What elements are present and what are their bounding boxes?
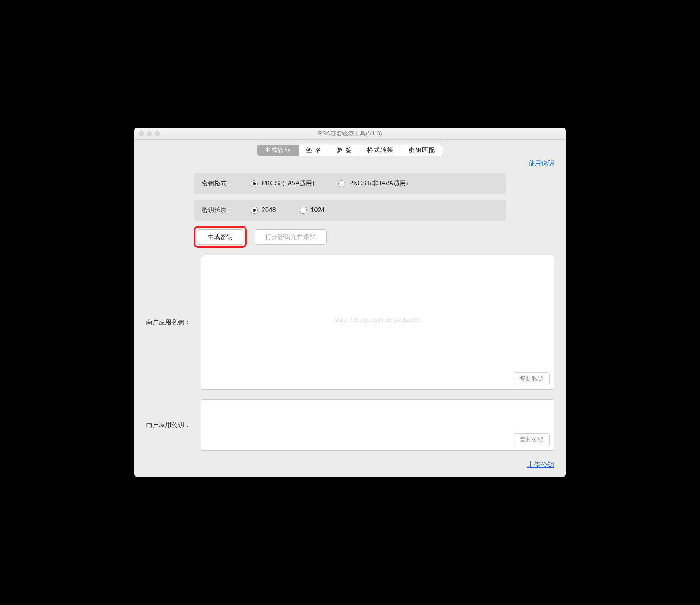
radio-icon: [251, 180, 258, 187]
action-buttons: 生成密钥 打开密钥文件路径: [194, 226, 506, 248]
radio-icon: [251, 207, 258, 214]
open-key-path-button[interactable]: 打开密钥文件路径: [255, 229, 327, 245]
key-length-row: 密钥长度： 2048 1024: [194, 200, 506, 221]
key-length-label: 密钥长度：: [202, 206, 237, 214]
tab-generate-key[interactable]: 生成密钥: [257, 145, 299, 156]
copy-public-key-button[interactable]: 复制公钥: [514, 433, 550, 446]
public-key-row: 商户应用公钥： 复制公钥: [146, 399, 554, 451]
minimize-icon[interactable]: [147, 131, 152, 136]
tab-group: 生成密钥 签 名 验 签 格式转换 密钥匹配: [257, 145, 443, 156]
radio-icon: [338, 180, 345, 187]
radio-label: PKCS8(JAVA适用): [262, 179, 314, 188]
tab-verify[interactable]: 验 签: [329, 145, 360, 156]
radio-pkcs1[interactable]: PKCS1(非JAVA适用): [338, 179, 408, 188]
key-format-radios: PKCS8(JAVA适用) PKCS1(非JAVA适用): [251, 179, 408, 188]
generate-highlight: 生成密钥: [194, 226, 247, 248]
radio-label: 1024: [311, 207, 325, 214]
radio-2048[interactable]: 2048: [251, 207, 276, 214]
content-area: 生成密钥 签 名 验 签 格式转换 密钥匹配 使用说明 密钥格式： PKCS8(…: [134, 140, 566, 477]
private-key-textarea[interactable]: http://blog.csdn.net/cdszdd8 复制私钥: [201, 255, 554, 390]
titlebar: RSA签名验签工具(V1.3): [134, 128, 566, 140]
help-link[interactable]: 使用说明: [529, 160, 554, 166]
close-icon[interactable]: [139, 131, 144, 136]
key-format-row: 密钥格式： PKCS8(JAVA适用) PKCS1(非JAVA适用): [194, 173, 506, 194]
window-title: RSA签名验签工具(V1.3): [134, 130, 566, 137]
watermark-text: http://blog.csdn.net/cdszdd8: [334, 317, 420, 323]
public-key-textarea[interactable]: 复制公钥: [201, 399, 554, 451]
public-key-label: 商户应用公钥：: [146, 421, 194, 429]
help-link-wrap: 使用说明: [146, 159, 554, 167]
tab-key-match[interactable]: 密钥匹配: [401, 145, 443, 156]
maximize-icon[interactable]: [155, 131, 160, 136]
tab-format-convert[interactable]: 格式转换: [360, 145, 401, 156]
private-key-label: 商户应用私钥：: [146, 318, 194, 327]
upload-link-wrap: 上传公钥: [146, 460, 554, 469]
radio-label: PKCS1(非JAVA适用): [349, 179, 408, 188]
copy-private-key-button[interactable]: 复制私钥: [514, 372, 550, 385]
tab-bar: 生成密钥 签 名 验 签 格式转换 密钥匹配: [142, 145, 558, 156]
radio-label: 2048: [262, 207, 276, 214]
private-key-row: 商户应用私钥： http://blog.csdn.net/cdszdd8 复制私…: [146, 255, 554, 390]
generate-key-button[interactable]: 生成密钥: [197, 229, 243, 245]
radio-icon: [300, 207, 307, 214]
traffic-lights: [139, 131, 160, 136]
tab-sign[interactable]: 签 名: [299, 145, 329, 156]
app-window: RSA签名验签工具(V1.3) 生成密钥 签 名 验 签 格式转换 密钥匹配 使…: [134, 128, 566, 477]
radio-1024[interactable]: 1024: [300, 207, 325, 214]
key-format-label: 密钥格式：: [202, 179, 237, 188]
key-length-radios: 2048 1024: [251, 207, 325, 214]
radio-pkcs8[interactable]: PKCS8(JAVA适用): [251, 179, 314, 188]
upload-public-key-link[interactable]: 上传公钥: [527, 461, 554, 468]
